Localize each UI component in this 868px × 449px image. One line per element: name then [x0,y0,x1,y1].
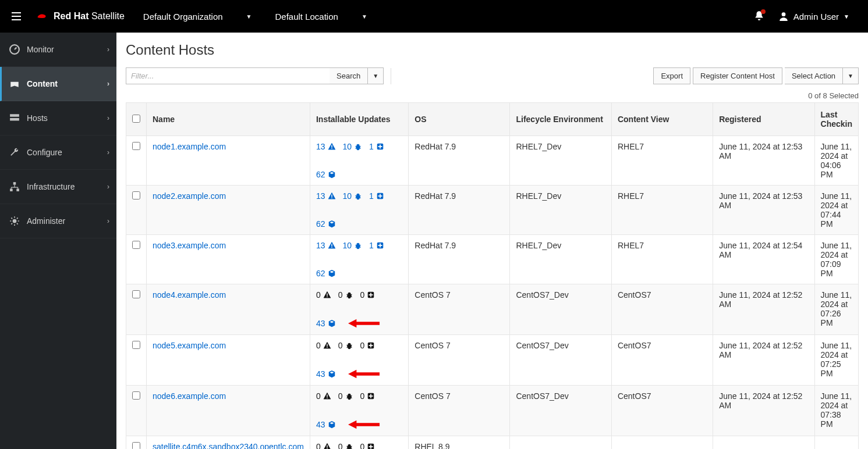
bugfix-updates[interactable]: 0 [338,442,353,449]
enhancement-updates[interactable]: 0 [360,290,375,300]
sidebar-item-monitor[interactable]: Monitor › [0,33,116,67]
cell-cv: RHEL7 [611,136,713,186]
host-name-link[interactable]: node6.example.com [153,391,226,401]
row-checkbox[interactable] [132,290,140,298]
location-label: Default Location [275,12,338,22]
cell-os: CentOS 7 [409,386,510,436]
security-updates[interactable]: 13 [316,241,336,250]
cell-registered: June 11, 2024 at 12:52 AM [713,386,814,436]
package-icon [328,269,336,277]
host-name-link[interactable]: node5.example.com [153,341,226,350]
enhancement-icon [376,241,384,250]
cell-checkin [814,436,858,450]
export-button[interactable]: Export [653,67,690,84]
search-button[interactable]: Search [330,67,368,84]
bugfix-updates[interactable]: 10 [343,241,363,250]
svg-rect-10 [10,114,19,117]
package-updates[interactable]: 43 [316,420,336,429]
bug-icon [354,241,362,250]
row-checkbox[interactable] [132,391,140,400]
package-updates[interactable]: 62 [316,170,336,179]
host-name-link[interactable]: satellite.c4m6x.sandbox2340.opentlc.com [153,442,304,449]
notification-dot [761,9,766,14]
bug-icon [345,341,353,350]
sidebar-item-hosts[interactable]: Hosts › [0,101,116,136]
chevron-right-icon: › [107,45,109,54]
content-hosts-table: Name Installable Updates OS Lifecycle En… [126,102,859,449]
bugfix-updates[interactable]: 0 [338,290,353,300]
col-updates[interactable]: Installable Updates [310,103,408,136]
security-updates[interactable]: 0 [316,391,331,401]
register-button[interactable]: Register Content Host [693,67,782,84]
sidebar: Monitor › Content › Hosts › Configure › … [0,33,116,449]
enhancement-updates[interactable]: 1 [369,191,384,201]
package-updates[interactable]: 62 [316,269,336,278]
hamburger-menu[interactable] [5,5,28,28]
sidebar-item-configure[interactable]: Configure › [0,136,116,170]
security-updates[interactable]: 13 [316,191,336,201]
row-checkbox[interactable] [132,142,140,150]
bugfix-updates[interactable]: 0 [338,391,353,401]
row-checkbox[interactable] [132,191,140,199]
enhancement-updates[interactable]: 0 [360,442,375,449]
security-updates[interactable]: 0 [316,442,331,449]
host-name-link[interactable]: node4.example.com [153,290,226,300]
svg-rect-12 [13,182,16,185]
security-updates[interactable]: 0 [316,290,331,300]
sidebar-item-content[interactable]: Content › [0,67,116,101]
select-action-dropdown[interactable]: ▼ [843,67,859,84]
bugfix-updates[interactable]: 0 [338,341,353,350]
table-row: node1.example.com 13 10 1 62 RedHat 7.9 … [126,136,859,186]
filter-input[interactable] [126,67,330,84]
enhancement-icon [376,142,384,151]
package-icon [328,421,336,429]
brand-bold: Red Hat [54,11,88,21]
col-name[interactable]: Name [147,103,310,136]
security-updates[interactable]: 13 [316,142,336,151]
host-name-link[interactable]: node3.example.com [153,241,226,250]
cell-checkin: June 11, 2024 at 07:09 PM [814,235,858,284]
search-dropdown-button[interactable]: ▼ [368,67,384,84]
package-updates[interactable]: 62 [316,219,336,229]
cell-le [510,436,611,450]
highlight-arrow-icon [346,369,381,379]
col-checkin[interactable]: Last Checkin [814,103,858,136]
enhancement-updates[interactable]: 0 [360,341,375,350]
col-os[interactable]: OS [409,103,510,136]
user-menu[interactable]: Admin User ▼ [778,11,849,22]
brand-logo[interactable]: Red Hat Satellite [28,9,132,23]
col-reg[interactable]: Registered [713,103,814,136]
highlight-arrow-icon [346,318,381,329]
org-label: Default Organization [143,12,223,22]
security-updates[interactable]: 0 [316,341,331,350]
cell-registered [713,436,814,450]
col-le[interactable]: Lifecycle Environment [510,103,611,136]
hosts-icon [9,113,20,123]
sidebar-item-infrastructure[interactable]: Infrastructure › [0,170,116,204]
row-checkbox[interactable] [132,442,140,449]
sidebar-item-label: Monitor [27,45,54,54]
host-name-link[interactable]: node2.example.com [153,191,226,201]
select-action-button[interactable]: Select Action [785,67,843,84]
select-all-checkbox[interactable] [132,115,140,123]
enhancement-updates[interactable]: 0 [360,391,375,401]
cell-checkin: June 11, 2024 at 07:38 PM [814,386,858,436]
sidebar-item-administer[interactable]: Administer › [0,204,116,238]
notifications-bell[interactable] [754,10,764,23]
col-cv[interactable]: Content View [611,103,713,136]
package-updates[interactable]: 43 [316,369,336,379]
row-checkbox[interactable] [132,241,140,249]
enhancement-updates[interactable]: 1 [369,241,384,250]
bugfix-updates[interactable]: 10 [343,191,363,201]
bug-icon [354,142,362,151]
table-row: node4.example.com 0 0 0 43 CentOS 7 Cent… [126,284,859,335]
cell-le: CentOS7_Dev [510,335,611,386]
row-checkbox[interactable] [132,341,140,349]
host-name-link[interactable]: node1.example.com [153,142,226,151]
cell-cv: CentOS7 [611,335,713,386]
package-updates[interactable]: 43 [316,319,336,328]
location-dropdown[interactable]: Default Location ▼ [263,12,378,22]
enhancement-updates[interactable]: 1 [369,142,384,151]
org-dropdown[interactable]: Default Organization ▼ [132,12,264,22]
bugfix-updates[interactable]: 10 [343,142,363,151]
